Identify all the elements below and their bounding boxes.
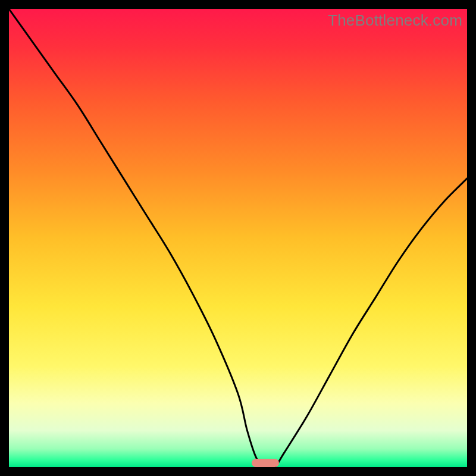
optimal-marker [252, 459, 279, 467]
watermark-text: TheBottleneck.com [328, 11, 462, 30]
gradient-background [9, 9, 467, 467]
bottleneck-chart [9, 9, 467, 467]
chart-frame: TheBottleneck.com [9, 9, 467, 467]
